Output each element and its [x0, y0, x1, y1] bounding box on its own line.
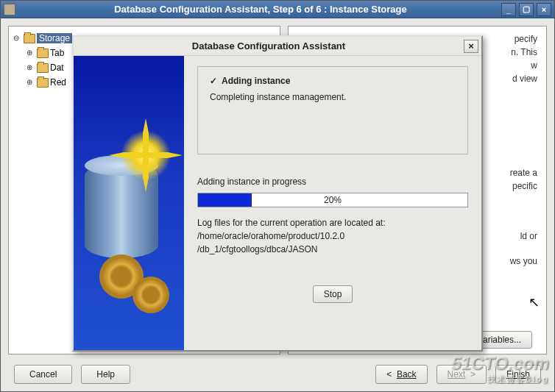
stop-button[interactable]: Stop: [313, 285, 353, 303]
back-button[interactable]: < Back: [375, 365, 427, 384]
status-box: ✓Adding instance Completing instance man…: [197, 66, 468, 154]
star-icon: [116, 126, 175, 185]
progress-fill: [198, 193, 252, 207]
tree-label: Dat: [50, 63, 64, 73]
expand-icon[interactable]: ⊕: [26, 63, 35, 72]
folder-icon: [37, 63, 49, 73]
window-title: Database Configuration Assistant, Step 6…: [20, 4, 501, 15]
titlebar: Database Configuration Assistant, Step 6…: [1, 1, 554, 18]
tree-label-storage: Storage: [37, 33, 72, 43]
gear-icon: [132, 277, 169, 313]
dialog-close-button[interactable]: ×: [464, 40, 478, 53]
status-heading: ✓Adding instance: [210, 76, 456, 86]
log-line: Log files for the current operation are …: [197, 216, 468, 229]
log-line: /db_1/cfgtoollogs/dbca/JASON: [197, 243, 468, 256]
expand-icon[interactable]: ⊕: [26, 49, 35, 57]
dialog-illustration: [74, 56, 184, 350]
close-button[interactable]: ×: [537, 3, 551, 16]
dialog-titlebar: Database Configuration Assistant ×: [74, 37, 481, 56]
check-icon: ✓: [210, 76, 217, 86]
log-line: /home/oracle/orahome/product/10.2.0: [197, 229, 468, 243]
folder-icon: [37, 78, 49, 88]
finish-button[interactable]: Finish: [495, 365, 541, 384]
next-button[interactable]: Next >: [436, 365, 487, 384]
help-button[interactable]: Help: [81, 365, 130, 384]
progress-bar: 20%: [197, 193, 468, 207]
minimize-button[interactable]: _: [501, 3, 516, 16]
dialog-title: Database Configuration Assistant: [74, 40, 464, 51]
collapse-icon[interactable]: ⊖: [13, 34, 22, 43]
log-location: Log files for the current operation are …: [197, 216, 468, 256]
cancel-button[interactable]: Cancel: [14, 365, 72, 384]
tree-label: Tab: [50, 48, 64, 58]
expand-icon[interactable]: ⊕: [26, 78, 35, 87]
progress-label: Adding instance in progress: [197, 177, 468, 187]
progress-percent: 20%: [324, 195, 342, 205]
maximize-button[interactable]: ▢: [519, 3, 534, 16]
progress-dialog: Database Configuration Assistant × ✓Addi…: [72, 35, 483, 352]
app-icon: [4, 4, 15, 15]
dialog-content: ✓Adding instance Completing instance man…: [184, 56, 481, 350]
folder-icon: [37, 49, 49, 58]
status-detail: Completing instance management.: [210, 92, 456, 102]
wizard-nav: Cancel Help < Back Next > Finish: [14, 365, 541, 384]
folder-icon: [24, 34, 35, 43]
tree-label: Red: [50, 77, 66, 88]
